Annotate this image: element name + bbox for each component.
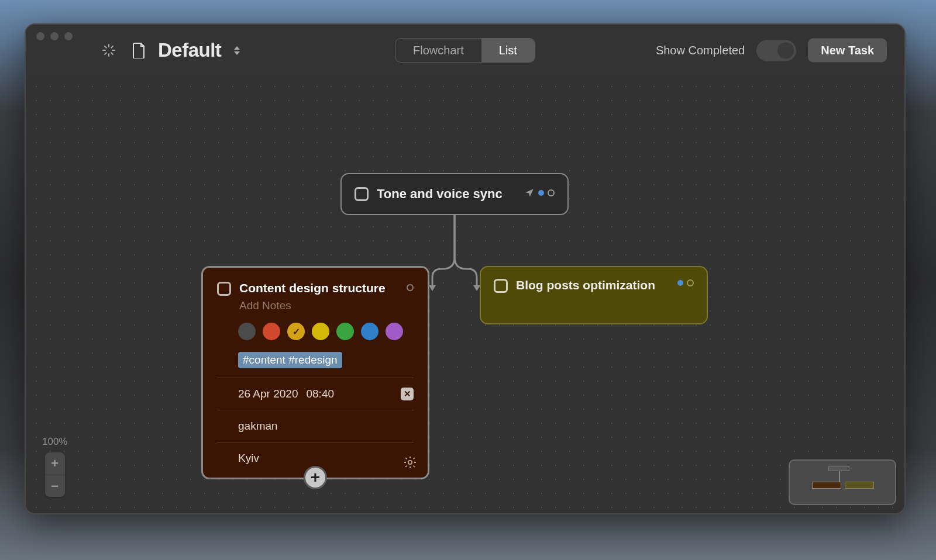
task-checkbox[interactable]: [494, 279, 508, 293]
svg-marker-8: [429, 285, 436, 291]
status-ring-icon: [687, 279, 694, 286]
status-dot-icon: [538, 190, 544, 196]
close-window-button[interactable]: [36, 32, 44, 40]
tab-flowchart[interactable]: Flowchart: [395, 39, 481, 62]
app-window: Default Flowchart List Show Completed Ne…: [25, 23, 906, 514]
tab-list[interactable]: List: [481, 39, 535, 62]
clear-date-button[interactable]: ✕: [401, 388, 414, 400]
document-icon: [131, 42, 147, 58]
svg-line-2: [105, 46, 106, 48]
minimap[interactable]: [789, 459, 896, 505]
document-switcher-icon[interactable]: [234, 44, 245, 57]
status-ring-icon: [548, 189, 555, 196]
location-field[interactable]: Kyiv: [238, 452, 414, 465]
color-amber[interactable]: [287, 323, 305, 340]
task-title[interactable]: Content design structure: [239, 281, 398, 296]
minimize-window-button[interactable]: [50, 32, 58, 40]
show-completed-toggle[interactable]: [756, 40, 796, 61]
color-green[interactable]: [336, 323, 354, 340]
task-checkbox[interactable]: [355, 187, 369, 201]
svg-line-3: [111, 53, 113, 54]
color-picker: [238, 323, 414, 340]
due-date-row[interactable]: 26 Apr 2020 08:40 ✕: [238, 388, 414, 400]
zoom-controls: 100% + −: [42, 436, 67, 497]
task-title: Tone and voice sync: [377, 186, 516, 202]
color-yellow[interactable]: [312, 323, 329, 340]
due-time: 08:40: [306, 388, 334, 400]
add-notes-placeholder[interactable]: Add Notes: [239, 299, 414, 312]
connector-lines: [26, 76, 904, 513]
task-node-parent[interactable]: Tone and voice sync: [340, 173, 569, 215]
svg-line-7: [111, 46, 113, 48]
svg-point-10: [408, 461, 412, 464]
assignee-field[interactable]: gakman: [238, 420, 414, 433]
due-date: 26 Apr 2020: [238, 388, 298, 400]
flowchart-canvas[interactable]: Tone and voice sync Content design struc…: [26, 76, 904, 513]
document-title[interactable]: Default: [158, 39, 221, 61]
task-node-right[interactable]: Blog posts optimization: [480, 266, 708, 324]
color-blue[interactable]: [361, 323, 378, 340]
svg-line-6: [105, 53, 106, 54]
window-traffic-lights: [36, 32, 73, 40]
location-icon: [524, 188, 535, 198]
sync-spinner-icon: [102, 43, 116, 57]
task-node-expanded[interactable]: Content design structure Add Notes #cont…: [201, 266, 429, 479]
task-title: Blog posts optimization: [516, 278, 669, 293]
zoom-in-button[interactable]: +: [45, 452, 65, 475]
color-red[interactable]: [263, 323, 280, 340]
tags-field[interactable]: #content #redesign: [238, 352, 342, 368]
color-gray[interactable]: [238, 323, 256, 340]
add-child-button[interactable]: +: [304, 466, 327, 489]
color-purple[interactable]: [386, 323, 403, 340]
fullscreen-window-button[interactable]: [64, 32, 73, 40]
task-checkbox[interactable]: [217, 282, 231, 296]
status-dot-icon: [677, 280, 683, 286]
zoom-percent: 100%: [42, 436, 67, 448]
zoom-out-button[interactable]: −: [45, 475, 65, 497]
gear-icon[interactable]: [403, 455, 417, 469]
toolbar: Default Flowchart List Show Completed Ne…: [26, 25, 904, 76]
new-task-button[interactable]: New Task: [808, 39, 887, 63]
status-ring-icon: [407, 284, 414, 291]
show-completed-label: Show Completed: [656, 44, 745, 57]
view-mode-segmented-control: Flowchart List: [395, 38, 535, 63]
